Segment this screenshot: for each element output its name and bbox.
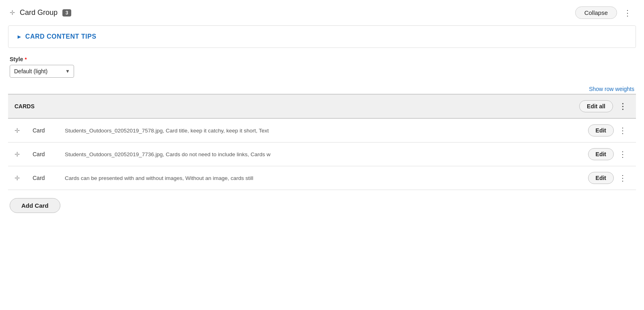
card-drag-icon[interactable]: ✛	[14, 151, 20, 158]
card-actions: Edit ⋮	[588, 172, 630, 184]
header-dots-menu[interactable]: ⋮	[621, 7, 634, 19]
tips-title: CARD CONTENT TIPS	[25, 33, 97, 40]
card-type-label: Card	[33, 127, 45, 134]
card-type-cell: Card	[26, 143, 58, 166]
card-description: Students_Outdoors_02052019_7736.jpg, Car…	[65, 151, 270, 157]
style-select[interactable]: Default (light) Dark Custom	[10, 65, 74, 78]
show-row-weights-link[interactable]: Show row weights	[589, 86, 634, 92]
card-drag-handle-cell: ✛	[8, 143, 26, 166]
card-type-cell: Card	[26, 118, 58, 143]
header-right: Collapse ⋮	[575, 6, 634, 19]
table-row: ✛ Card Students_Outdoors_02052019_7736.j…	[8, 143, 636, 166]
style-label-text: Style	[10, 56, 23, 62]
style-select-wrapper: Default (light) Dark Custom ▼	[10, 65, 74, 78]
style-label: Style *	[10, 56, 634, 62]
collapse-button[interactable]: Collapse	[575, 6, 617, 19]
cards-label: CARDS	[14, 103, 35, 110]
card-dots-menu[interactable]: ⋮	[616, 172, 630, 184]
card-actions: Edit ⋮	[588, 124, 630, 136]
add-card-button[interactable]: Add Card	[10, 198, 60, 213]
cards-table-body: ✛ Card Students_Outdoors_02052019_7578.j…	[8, 118, 636, 190]
table-row: ✛ Card Students_Outdoors_02052019_7578.j…	[8, 118, 636, 143]
drag-handle-icon[interactable]: ✛	[10, 9, 15, 17]
card-dots-menu[interactable]: ⋮	[616, 149, 630, 160]
table-row: ✛ Card Cards can be presented with and w…	[8, 166, 636, 190]
card-type-label: Card	[33, 175, 45, 181]
style-section: Style * Default (light) Dark Custom ▼	[8, 56, 636, 78]
card-actions: Edit ⋮	[588, 148, 630, 160]
add-card-section: Add Card	[8, 198, 636, 213]
card-count-badge: 3	[62, 9, 71, 17]
card-edit-button[interactable]: Edit	[588, 172, 614, 184]
cards-column-header: CARDS Edit all ⋮	[8, 94, 636, 118]
required-star: *	[25, 56, 27, 62]
card-type-label: Card	[33, 151, 45, 157]
tips-banner[interactable]: ► CARD CONTENT TIPS	[8, 25, 636, 48]
card-drag-handle-cell: ✛	[8, 118, 26, 143]
cards-header-actions: Edit all ⋮	[579, 100, 630, 112]
edit-all-button[interactable]: Edit all	[579, 100, 613, 112]
card-description-row: Cards can be presented with and without …	[58, 166, 636, 190]
card-type-cell: Card	[26, 166, 58, 190]
cards-header-dots-menu[interactable]: ⋮	[616, 101, 630, 112]
card-description: Students_Outdoors_02052019_7578.jpg, Car…	[65, 128, 269, 134]
tips-arrow-icon: ►	[17, 33, 22, 40]
card-description-row: Students_Outdoors_02052019_7578.jpg, Car…	[58, 119, 636, 142]
card-description: Cards can be presented with and without …	[65, 175, 253, 181]
card-edit-button[interactable]: Edit	[588, 148, 614, 160]
card-drag-handle-cell: ✛	[8, 166, 26, 190]
card-edit-button[interactable]: Edit	[588, 124, 614, 136]
card-drag-icon[interactable]: ✛	[14, 127, 20, 134]
card-drag-icon[interactable]: ✛	[14, 174, 20, 182]
card-dots-menu[interactable]: ⋮	[616, 125, 630, 136]
card-description-row: Students_Outdoors_02052019_7736.jpg, Car…	[58, 143, 636, 166]
group-title: Card Group	[20, 8, 58, 17]
cards-table: CARDS Edit all ⋮ ✛ Card	[8, 94, 636, 190]
cards-table-header: CARDS Edit all ⋮	[8, 94, 636, 118]
row-weights-row: Show row weights	[8, 86, 636, 92]
header-left: ✛ Card Group 3	[10, 8, 71, 17]
card-group-header: ✛ Card Group 3 Collapse ⋮	[8, 6, 636, 19]
